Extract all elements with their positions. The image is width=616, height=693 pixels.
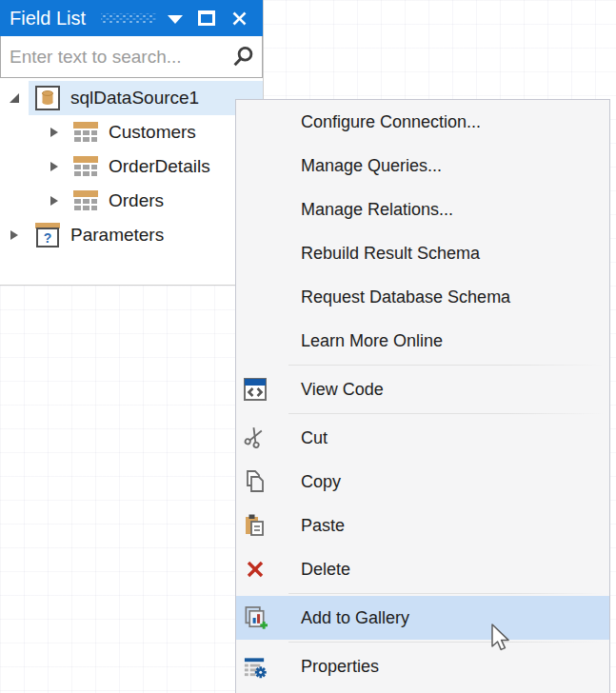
drag-grip-icon[interactable] xyxy=(101,13,156,24)
tree-row-orderdetails[interactable]: OrderDetails xyxy=(0,149,263,184)
menu-item-label: Copy xyxy=(301,472,341,492)
table-icon xyxy=(73,189,98,212)
chevron-down-icon[interactable] xyxy=(168,15,183,24)
menu-item-label: Request Database Schema xyxy=(301,287,510,307)
delete-x-icon xyxy=(243,557,268,582)
empty-icon-slot xyxy=(243,197,268,222)
scissors-icon xyxy=(243,426,268,450)
menu-item-rebuild-result-schema[interactable]: Rebuild Result Schema xyxy=(236,231,609,275)
add-to-gallery-icon xyxy=(243,605,268,630)
menu-item-request-database-schema[interactable]: Request Database Schema xyxy=(236,275,609,319)
tree-item-label[interactable]: sqlDataSource1 xyxy=(70,88,199,109)
menu-separator xyxy=(288,593,604,594)
menu-item-label: Manage Queries... xyxy=(301,156,442,176)
close-icon[interactable] xyxy=(231,10,248,30)
menu-item-manage-queries[interactable]: Manage Queries... xyxy=(236,144,609,188)
menu-item-manage-relations[interactable]: Manage Relations... xyxy=(236,188,609,231)
properties-gear-icon xyxy=(243,654,268,679)
search-box[interactable] xyxy=(0,36,263,78)
menu-item-label: View Code xyxy=(301,380,384,400)
menu-item-copy[interactable]: Copy xyxy=(236,460,609,504)
menu-separator xyxy=(288,365,604,366)
copy-pages-icon xyxy=(243,469,268,494)
tree-row-parameters[interactable]: ? Parameters xyxy=(0,218,263,252)
field-list-panel: Field List xyxy=(0,0,264,286)
menu-item-label: Delete xyxy=(301,560,350,580)
tree-item-label[interactable]: Parameters xyxy=(70,225,164,246)
tree-item-label[interactable]: OrderDetails xyxy=(109,156,210,177)
menu-item-label: Add to Gallery xyxy=(301,608,409,628)
menu-item-learn-more-online[interactable]: Learn More Online xyxy=(236,319,609,363)
menu-item-label: Properties xyxy=(301,657,379,677)
table-icon xyxy=(73,121,98,144)
view-code-icon xyxy=(243,377,268,402)
expander-collapsed-icon[interactable] xyxy=(48,160,61,173)
menu-item-delete[interactable]: Delete xyxy=(236,547,609,591)
menu-item-paste[interactable]: Paste xyxy=(236,504,609,547)
menu-item-view-code[interactable]: View Code xyxy=(236,367,609,411)
search-input[interactable] xyxy=(1,47,230,68)
tree-row-customers[interactable]: Customers xyxy=(0,115,263,149)
expander-expanded-icon[interactable] xyxy=(8,91,21,105)
field-list-tree: sqlDataSource1 Customers xyxy=(0,78,263,252)
empty-icon-slot xyxy=(243,328,268,353)
maximize-icon[interactable] xyxy=(198,10,215,26)
menu-separator xyxy=(288,642,604,643)
empty-icon-slot xyxy=(243,285,268,309)
menu-separator xyxy=(288,413,604,414)
menu-item-label: Cut xyxy=(301,428,328,448)
table-icon xyxy=(73,155,98,178)
expander-collapsed-icon[interactable] xyxy=(8,228,21,242)
parameters-question-icon: ? xyxy=(35,223,60,248)
tree-item-label[interactable]: Orders xyxy=(109,190,164,211)
field-list-titlebar[interactable]: Field List xyxy=(0,0,263,36)
expander-collapsed-icon[interactable] xyxy=(48,126,61,139)
menu-item-label: Learn More Online xyxy=(301,331,443,351)
svg-text:?: ? xyxy=(44,230,52,246)
tree-row-sqldatasource1[interactable]: sqlDataSource1 xyxy=(0,81,263,115)
search-icon[interactable] xyxy=(230,45,255,69)
clipboard-paste-icon xyxy=(243,513,268,538)
tree-item-label[interactable]: Customers xyxy=(109,122,196,143)
menu-item-cut[interactable]: Cut xyxy=(236,416,609,460)
panel-title: Field List xyxy=(10,8,86,30)
menu-item-label: Rebuild Result Schema xyxy=(301,244,480,264)
tree-row-orders[interactable]: Orders xyxy=(0,184,263,218)
empty-icon-slot xyxy=(243,109,268,134)
menu-item-add-to-gallery[interactable]: Add to Gallery xyxy=(236,596,609,640)
empty-icon-slot xyxy=(243,153,268,178)
menu-item-configure-connection[interactable]: Configure Connection... xyxy=(236,100,609,144)
menu-item-label: Manage Relations... xyxy=(301,200,453,220)
menu-item-label: Paste xyxy=(301,516,345,536)
database-icon xyxy=(35,86,60,110)
empty-icon-slot xyxy=(243,241,268,266)
menu-item-properties[interactable]: Properties xyxy=(236,644,609,688)
menu-item-label: Configure Connection... xyxy=(301,112,481,132)
context-menu: Configure Connection... Manage Queries..… xyxy=(235,99,610,693)
expander-collapsed-icon[interactable] xyxy=(48,194,61,208)
